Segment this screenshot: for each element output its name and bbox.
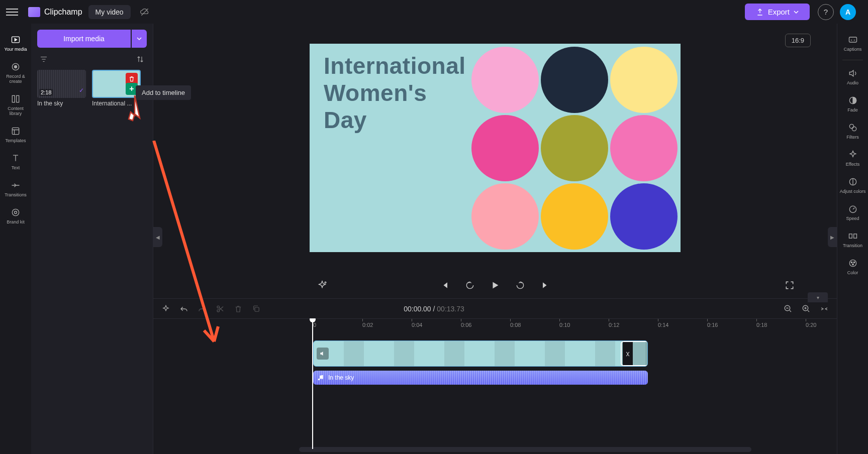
nav-label: Templates <box>5 138 26 143</box>
right-panel: Captions Audio Fade Filters Effects Adju… <box>837 24 868 454</box>
captions-icon <box>848 35 858 45</box>
svg-rect-5 <box>12 128 19 134</box>
play-icon <box>490 280 501 291</box>
clip-mute-button[interactable] <box>317 348 329 360</box>
panel-transition[interactable]: Transition <box>837 226 868 253</box>
split-button[interactable] <box>215 303 226 314</box>
clip-trim-handle[interactable] <box>621 341 648 366</box>
upload-icon <box>756 8 764 16</box>
nav-content-library[interactable]: Content library <box>0 89 31 121</box>
ruler-tick: 0:12 <box>609 322 619 328</box>
import-media-dropdown[interactable] <box>132 30 147 48</box>
redo-button[interactable] <box>197 303 208 314</box>
project-title[interactable]: My video <box>88 5 131 19</box>
timeline-tracks[interactable]: 00:020:040:060:080:100:120:140:160:180:2… <box>153 318 837 454</box>
audio-track[interactable]: In the sky <box>313 371 828 385</box>
skip-start-button[interactable] <box>438 278 452 292</box>
video-clip[interactable] <box>313 340 648 367</box>
media-item-audio[interactable]: 2:18 In the sky ✓ <box>37 70 86 107</box>
panel-adjust-colors[interactable]: Adjust colors <box>837 172 868 199</box>
play-button[interactable] <box>488 278 502 292</box>
chevron-down-icon <box>794 10 799 15</box>
panel-label: Effects <box>846 162 859 167</box>
zoom-out-icon <box>784 304 793 313</box>
ai-sparkle-button[interactable] <box>315 278 329 292</box>
timeline-collapse-button[interactable]: ▾ <box>808 292 828 302</box>
timecode-display: 00:00.00 / 00:13.73 <box>404 305 464 313</box>
adjust-icon <box>848 177 858 187</box>
svg-point-9 <box>217 306 220 308</box>
delete-clip-button[interactable] <box>233 303 244 314</box>
library-icon <box>11 94 21 104</box>
panel-effects[interactable]: Effects <box>837 145 868 172</box>
timeline-ruler[interactable]: 00:020:040:060:080:100:120:140:160:180:2… <box>153 318 837 333</box>
panel-filters[interactable]: Filters <box>837 118 868 145</box>
svg-point-23 <box>851 262 852 263</box>
svg-rect-21 <box>853 234 856 238</box>
import-media-button[interactable]: Import media <box>37 30 131 48</box>
nav-your-media[interactable]: Your media <box>0 30 31 57</box>
effects-icon <box>848 150 858 160</box>
filters-icon <box>848 123 858 133</box>
sort-icon[interactable] <box>136 55 145 64</box>
svg-rect-4 <box>17 95 19 102</box>
timeline-toolbar: 00:00.00 / 00:13.73 <box>153 298 837 318</box>
user-avatar[interactable]: A <box>840 4 856 20</box>
playhead[interactable] <box>312 318 313 449</box>
speaker-icon <box>848 68 858 78</box>
nav-label: Your media <box>4 47 27 52</box>
canvas-title-text: International Women's Day <box>324 53 466 134</box>
media-item-video[interactable]: + International ... <box>92 70 141 107</box>
aspect-ratio-button[interactable]: 16:9 <box>785 34 811 47</box>
rewind-10-button[interactable] <box>463 278 477 292</box>
panel-audio[interactable]: Audio <box>837 63 868 90</box>
panel-captions[interactable]: Captions <box>837 30 868 57</box>
auto-sparkle-button[interactable] <box>160 303 171 314</box>
nav-templates[interactable]: Templates <box>0 121 31 148</box>
skip-end-icon <box>540 280 550 290</box>
panel-color[interactable]: Color <box>837 253 868 280</box>
zoom-out-button[interactable] <box>783 303 794 314</box>
panel-label: Color <box>847 270 858 275</box>
duplicate-button[interactable] <box>251 303 262 314</box>
fit-icon <box>820 304 829 313</box>
svg-point-16 <box>849 124 853 128</box>
hamburger-menu[interactable] <box>6 6 18 18</box>
nav-transitions[interactable]: Transitions <box>0 175 31 202</box>
music-note-icon <box>317 374 324 381</box>
panel-speed[interactable]: Speed <box>837 199 868 226</box>
media-name: In the sky <box>37 100 86 107</box>
media-name: International ... <box>92 100 141 107</box>
app-logo[interactable]: Clipchamp <box>28 7 82 17</box>
fit-timeline-button[interactable] <box>819 303 830 314</box>
nav-record-create[interactable]: Record & create <box>0 57 31 89</box>
nav-brand-kit[interactable]: Brand kit <box>0 202 31 230</box>
timeline-scrollbar[interactable] <box>299 447 751 452</box>
audio-clip[interactable]: In the sky <box>313 371 648 385</box>
speed-icon <box>848 204 858 214</box>
skip-end-button[interactable] <box>538 278 552 292</box>
svg-point-7 <box>15 211 17 214</box>
color-icon <box>848 258 858 268</box>
speaker-icon <box>319 350 326 357</box>
export-button[interactable]: Export <box>745 4 810 20</box>
undo-button[interactable] <box>178 303 189 314</box>
fullscreen-button[interactable] <box>783 278 797 292</box>
ruler-tick: 0:04 <box>412 322 422 328</box>
clipchamp-logo-icon <box>28 7 40 17</box>
forward-10-button[interactable] <box>513 278 527 292</box>
video-track[interactable] <box>313 340 828 367</box>
panel-fade[interactable]: Fade <box>837 90 868 118</box>
collapse-media-panel[interactable]: ◀ <box>153 227 162 247</box>
collapse-right-panel[interactable]: ▶ <box>828 227 837 247</box>
panel-label: Captions <box>844 47 862 52</box>
help-button[interactable]: ? <box>818 4 834 20</box>
chevron-down-icon <box>137 36 142 41</box>
zoom-in-button[interactable] <box>801 303 812 314</box>
preview-canvas-container: International Women's Day 16:9 <box>153 24 837 272</box>
svg-point-8 <box>325 282 326 283</box>
video-canvas[interactable]: International Women's Day <box>310 44 681 252</box>
filter-icon[interactable] <box>39 55 48 64</box>
nav-text[interactable]: Text <box>0 148 31 175</box>
skip-start-icon <box>440 280 450 290</box>
